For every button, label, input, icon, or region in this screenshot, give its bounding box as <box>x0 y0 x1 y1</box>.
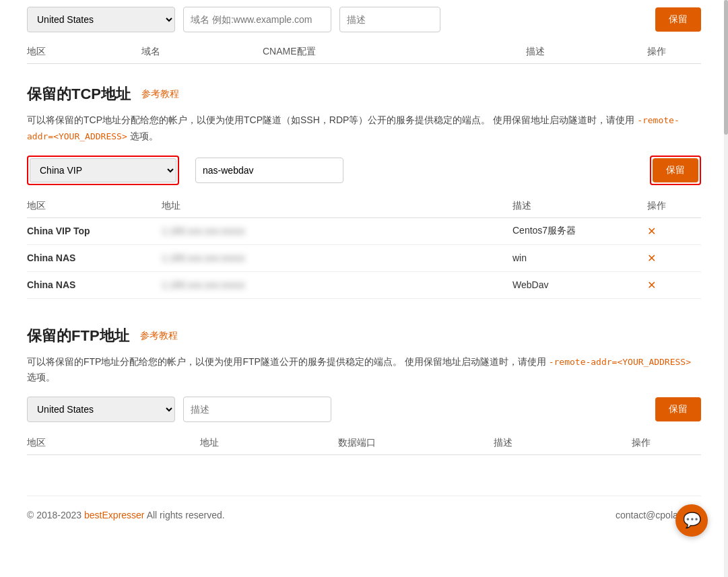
tcp-select-wrapper: China VIP China NAS United States <box>27 156 179 185</box>
tcp-row-action: ✕ <box>647 217 701 244</box>
ftp-col-desc: 描述 <box>494 432 632 455</box>
table-row: China NAS 1.180.xxx.xxx:xxxxx WebDav ✕ <box>27 271 701 298</box>
ftp-col-dataport: 数据端口 <box>338 432 494 455</box>
ftp-save-button[interactable]: 保留 <box>655 397 701 421</box>
table-row: China VIP Top 1.180.xxx.xxx:xxxxx Centos… <box>27 217 701 244</box>
table-row: China NAS 1.180.xxx.xxx:xxxxx win ✕ <box>27 244 701 271</box>
tcp-row-desc: Centos7服务器 <box>512 217 647 244</box>
top-domain-input[interactable] <box>183 7 331 32</box>
tcp-row-region: China VIP Top <box>27 217 162 244</box>
tcp-btn-wrapper: 保留 <box>650 156 701 185</box>
ftp-col-region: 地区 <box>27 432 200 455</box>
ftp-ref-link[interactable]: 参考教程 <box>140 330 178 342</box>
tcp-col-action: 操作 <box>647 195 701 218</box>
tcp-row-action: ✕ <box>647 244 701 271</box>
chat-icon: 💬 <box>683 512 701 529</box>
tcp-delete-button[interactable]: ✕ <box>647 225 656 238</box>
top-col-action: 操作 <box>647 40 701 64</box>
top-col-region: 地区 <box>27 40 141 64</box>
chat-bubble[interactable]: 💬 <box>675 504 708 537</box>
tcp-ref-link[interactable]: 参考教程 <box>141 88 179 100</box>
scrollbar[interactable] <box>724 0 728 561</box>
tcp-save-button[interactable]: 保留 <box>653 158 698 182</box>
ftp-col-action: 操作 <box>632 432 701 455</box>
tcp-col-desc: 描述 <box>512 195 647 218</box>
top-col-domain: 域名 <box>141 40 263 64</box>
ftp-section-title: 保留的FTP地址 <box>27 326 129 346</box>
tcp-row-region: China NAS <box>27 244 162 271</box>
tcp-section-title: 保留的TCP地址 <box>27 84 131 104</box>
tcp-row-address: 1.180.xxx.xxx:xxxxx <box>162 244 512 271</box>
top-region-select[interactable]: United States <box>27 7 175 32</box>
ftp-section-desc: 可以将保留的FTP地址分配给您的帐户，以便为使用FTP隧道公开的服务提供稳定的端… <box>27 354 701 386</box>
top-save-button[interactable]: 保留 <box>655 7 701 32</box>
tcp-col-address: 地址 <box>162 195 512 218</box>
tcp-row-action: ✕ <box>647 271 701 298</box>
footer-rights: All rights reserved. <box>147 510 225 520</box>
ftp-desc-input[interactable] <box>183 397 331 422</box>
tcp-row-desc: win <box>512 244 647 271</box>
tcp-row-desc: WebDav <box>512 271 647 298</box>
tcp-delete-button[interactable]: ✕ <box>647 252 656 265</box>
footer-copyright: © 2018-2023 <box>27 510 81 520</box>
ftp-region-select[interactable]: United States China VIP China NAS <box>27 397 175 422</box>
top-col-desc: 描述 <box>526 40 647 64</box>
tcp-section-desc: 可以将保留的TCP地址分配给您的帐户，以便为使用TCP隧道（如SSH，RDP等）… <box>27 112 701 145</box>
tcp-delete-button[interactable]: ✕ <box>647 279 656 292</box>
top-desc-input[interactable] <box>339 7 440 32</box>
tcp-region-select[interactable]: China VIP China NAS United States <box>30 158 176 182</box>
ftp-col-address: 地址 <box>200 432 338 455</box>
tcp-row-region: China NAS <box>27 271 162 298</box>
tcp-desc-input[interactable] <box>195 158 343 183</box>
top-col-cname: CNAME配置 <box>263 40 526 64</box>
footer-brand-link[interactable]: bestExpresser <box>84 510 144 520</box>
tcp-col-region: 地区 <box>27 195 162 218</box>
tcp-row-address: 1.180.xxx.xxx:xxxxx <box>162 271 512 298</box>
footer: © 2018-2023 bestExpresser All rights res… <box>27 496 701 534</box>
tcp-row-address: 1.180.xxx.xxx:xxxxx <box>162 217 512 244</box>
